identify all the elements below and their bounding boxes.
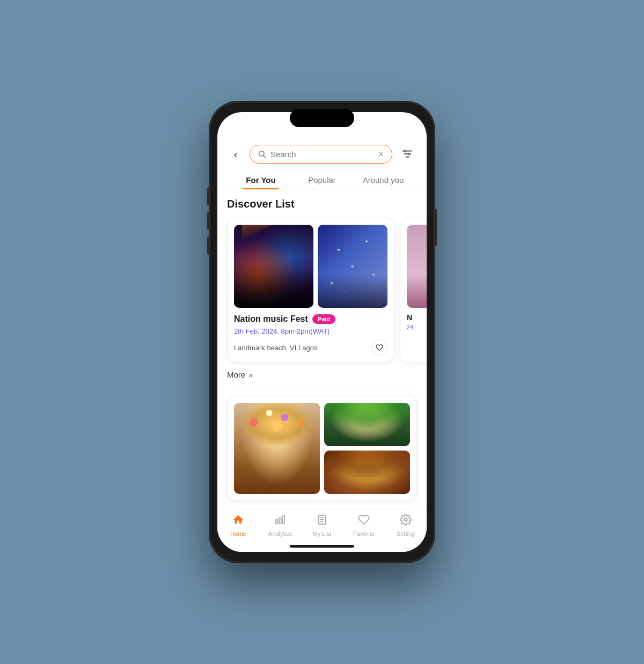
card-location-1: Landmark beach, VI.Lagos xyxy=(234,344,317,352)
tab-around-you[interactable]: Around you xyxy=(353,171,414,189)
search-input[interactable] xyxy=(270,150,374,159)
silent-button xyxy=(207,237,209,255)
nav-label-home: Home xyxy=(230,530,246,537)
dynamic-island xyxy=(290,109,354,127)
svg-point-6 xyxy=(408,153,411,155)
nav-item-setting[interactable]: Setting xyxy=(385,514,427,537)
section-divider xyxy=(227,387,417,387)
partial-image-content xyxy=(407,225,427,308)
setting-icon xyxy=(400,514,412,529)
filter-button[interactable] xyxy=(398,144,417,164)
svg-rect-9 xyxy=(283,516,285,524)
nav-label-favorite: Favorite xyxy=(353,530,375,537)
bottom-nav: Home Analytics xyxy=(217,508,427,540)
carnival-green-feathers xyxy=(324,403,410,446)
concert-image-secondary xyxy=(318,225,387,308)
header: ‹ ✕ xyxy=(217,144,427,164)
crowd-silhouette xyxy=(234,258,313,308)
my-list-icon xyxy=(316,514,328,529)
volume-down-button xyxy=(207,212,209,230)
carnival-image-right-bottom xyxy=(324,451,410,494)
home-bar xyxy=(290,545,354,548)
partial-card-date: 24 xyxy=(407,324,427,330)
carnival-mask-image xyxy=(324,451,410,494)
carnival-image-right-top xyxy=(324,403,410,446)
tab-popular[interactable]: Popular xyxy=(291,171,353,189)
headdress-flowers xyxy=(238,404,316,449)
svg-rect-8 xyxy=(279,518,281,523)
tabs: For You Popular Around you xyxy=(217,171,427,189)
favorite-icon xyxy=(358,514,370,529)
nav-label-my-list: My List xyxy=(313,530,332,537)
phone-screen: ‹ ✕ xyxy=(217,112,427,552)
green-feathers xyxy=(324,403,410,435)
card-image-partial xyxy=(407,225,427,308)
search-clear-icon[interactable]: ✕ xyxy=(378,150,384,158)
concert-image-main xyxy=(234,225,313,308)
card-location-row-1: Landmark beach, VI.Lagos xyxy=(234,340,387,356)
more-arrows-icon: » xyxy=(248,371,253,379)
nav-item-favorite[interactable]: Favorite xyxy=(343,514,385,537)
side-buttons-left xyxy=(207,187,209,255)
main-scroll[interactable]: Discover List xyxy=(217,198,427,508)
svg-rect-7 xyxy=(276,520,278,523)
more-link[interactable]: More » xyxy=(227,370,417,379)
discover-list-title: Discover List xyxy=(227,198,417,210)
partial-card-title: N xyxy=(407,313,427,322)
nav-label-analytics: Analytics xyxy=(268,530,292,537)
svg-line-1 xyxy=(264,156,266,158)
mask-feathers xyxy=(324,451,410,477)
home-indicator xyxy=(217,540,427,552)
favorite-button-1[interactable] xyxy=(371,340,387,356)
search-icon xyxy=(258,150,266,158)
nav-item-home[interactable]: Home xyxy=(217,514,259,537)
side-button-right xyxy=(435,209,437,246)
paid-badge-1: Paid xyxy=(312,314,335,324)
search-bar[interactable]: ✕ xyxy=(250,145,392,164)
card-title-1: Nation music Fest xyxy=(234,314,308,324)
svg-point-14 xyxy=(404,518,407,521)
back-button[interactable]: ‹ xyxy=(227,145,244,163)
carnival-image-left xyxy=(234,403,320,494)
discover-cards-row: Nation music Fest Paid 2th Feb, 2024. 8p… xyxy=(227,218,417,363)
carnival-section[interactable] xyxy=(227,396,417,501)
event-card-1[interactable]: Nation music Fest Paid 2th Feb, 2024. 8p… xyxy=(227,218,394,363)
carnival-images-mosaic xyxy=(234,403,410,494)
home-icon xyxy=(232,514,244,529)
crowd-bottom xyxy=(318,275,387,308)
phone-shell: ‹ ✕ xyxy=(209,101,435,563)
nav-label-setting: Setting xyxy=(397,530,415,537)
card-date-1: 2th Feb, 2024. 8pm-2pm(WAT) xyxy=(234,327,387,335)
svg-point-5 xyxy=(404,150,406,152)
event-card-2-partial[interactable]: N 24 xyxy=(400,218,427,363)
nav-item-my-list[interactable]: My List xyxy=(301,514,343,537)
analytics-icon xyxy=(274,514,286,529)
nav-item-analytics[interactable]: Analytics xyxy=(259,514,301,537)
carnival-person-flowers xyxy=(234,403,320,494)
tab-for-you[interactable]: For You xyxy=(230,171,291,189)
screen-content: ‹ ✕ xyxy=(217,112,427,552)
card-images-1 xyxy=(234,225,387,308)
discover-list-section: Discover List xyxy=(227,198,417,387)
volume-up-button xyxy=(207,187,209,205)
card-title-row-1: Nation music Fest Paid xyxy=(234,314,387,324)
